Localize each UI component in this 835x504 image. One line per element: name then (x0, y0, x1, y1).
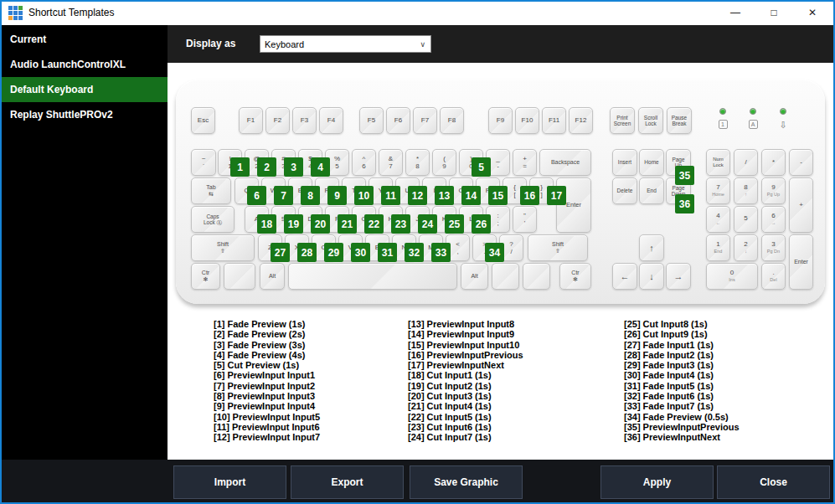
key-main-label: . (772, 270, 774, 276)
shortcut-list-item: [26] Cut Input9 (1s) (624, 329, 817, 339)
key-sub-label: End (714, 249, 723, 255)
keyboard-key-alt: Alt (461, 263, 488, 290)
key-badge-28: 28 (297, 243, 317, 262)
shortcut-list-item: [21] Cut Input4 (1s) (408, 401, 600, 411)
key-badge-17: 17 (547, 186, 566, 205)
keyboard-key-delete: Delete (612, 177, 637, 204)
keyboard-key (523, 263, 550, 290)
import-button[interactable]: Import (173, 465, 286, 499)
keyboard-key: → (666, 263, 691, 290)
keyboard-key-f2: F2 (265, 107, 290, 134)
keyboard-key-ctr: Ctr ✻ (191, 263, 220, 290)
app-icon-square (8, 11, 13, 15)
keyboard-key: + = (513, 149, 537, 176)
key-badge-13: 13 (435, 186, 454, 205)
led-icon: ⇩ (779, 120, 786, 131)
save-graphic-button[interactable]: Save Graphic (410, 465, 523, 499)
keyboard-key (288, 263, 457, 290)
keyboard-key: ← (612, 263, 637, 290)
key-main-label: 7 (716, 184, 719, 191)
keyboard-key-6: 6→ (761, 206, 786, 233)
keyboard-key-f5: F5 (359, 107, 384, 134)
close-button[interactable]: Close (717, 465, 830, 499)
key-sub-label: → (771, 221, 776, 226)
key-badge-19: 19 (284, 214, 303, 234)
shortcut-list-item: [25] Cut Input8 (1s) (624, 319, 817, 329)
footer: ImportExportSave GraphicApplyClose (0, 460, 835, 504)
sidebar-item-audio-launchcontrolxl[interactable]: Audio LaunchControlXL (0, 52, 168, 77)
keyboard-key (492, 263, 519, 290)
shortcut-list-item: [30] Fade Input4 (1s) (624, 370, 817, 380)
led-indicator: ⇩ (775, 108, 791, 131)
led-indicator: 1 (714, 108, 731, 129)
key-sub-label: Home (712, 193, 724, 198)
keyboard-key-f8: F8 (440, 107, 464, 134)
shortcut-list-item: [3] Fade Preview (3s) (214, 340, 406, 350)
titlebar-controls: —□✕ (716, 0, 832, 25)
keyboard-key: ( 9 (432, 149, 456, 176)
key-badge-14: 14 (461, 186, 481, 205)
key-main-label: 2 (744, 241, 747, 248)
app-icon (8, 6, 23, 20)
keyboard-key: + (789, 177, 813, 233)
titlebar-maximize-button[interactable]: □ (755, 0, 793, 25)
keyboard-key-5: 5 (734, 206, 758, 233)
keyboard-key-f4: F4 (319, 107, 343, 134)
shortcut-list-item: [36] PreviewInputNext (624, 432, 817, 442)
key-badge-30: 30 (351, 243, 370, 262)
key-badge-1: 1 (230, 157, 250, 177)
key-sub-label: ← (716, 221, 721, 226)
key-badge-8: 8 (301, 186, 320, 205)
keyboard-graphic: EscF1F2F3F4F5F6F7F8F9F10F11F12Print Scre… (176, 80, 825, 304)
keyboard-key-f6: F6 (386, 107, 410, 134)
keyboard-key-tab: Tab ⇆ (191, 177, 231, 204)
keyboard-key-3: 3Pg Dn (761, 234, 786, 261)
sidebar-item-replay-shuttleprov2[interactable]: Replay ShuttlePROv2 (0, 102, 168, 127)
keyboard-key: * 8 (405, 149, 430, 176)
key-sub-label: Pg Dn (767, 249, 780, 255)
keyboard-key-7: 7Home (706, 177, 730, 204)
keyboard-key-f7: F7 (413, 107, 437, 134)
export-button[interactable]: Export (291, 465, 404, 499)
key-badge-23: 23 (391, 214, 410, 234)
apply-button[interactable]: Apply (600, 465, 714, 499)
shortcut-list-item: [33] Fade Input7 (1s) (624, 401, 817, 411)
keyboard-key-alt: Alt (260, 263, 285, 290)
shortcut-list-item: [17] PreviewInputNext (408, 360, 600, 370)
key-sub-label: Del (770, 278, 776, 283)
shortcut-list-item: [22] Cut Input5 (1s) (408, 412, 600, 422)
key-main-label: 4 (716, 213, 719, 219)
keyboard-key-f12: F12 (569, 107, 593, 134)
keyboard-key-end: End (639, 177, 664, 204)
led-icon: 1 (719, 120, 728, 129)
shortcut-list-item: [35] PreviewInputPrevious (624, 422, 817, 432)
sidebar-item-current[interactable]: Current (0, 27, 168, 52)
keyboard-key-caps: Caps Lock Ⓐ (191, 206, 235, 233)
key-badge-15: 15 (488, 186, 508, 205)
shortcut-list-item: [23] Cut Input6 (1s) (408, 422, 600, 432)
key-badge-24: 24 (418, 214, 437, 234)
keyboard-key-4: 4← (706, 206, 730, 233)
key-main-label: 0 (730, 270, 734, 276)
titlebar-close-button[interactable]: ✕ (793, 0, 832, 25)
titlebar-minimize-button[interactable]: — (716, 0, 755, 25)
key-badge-10: 10 (354, 186, 374, 205)
shortcut-list-item: [13] PreviewInput Input8 (408, 319, 600, 329)
key-badge-4: 4 (311, 157, 330, 177)
display-as-select[interactable]: Keyboard ∨ (260, 35, 431, 53)
key-badge-29: 29 (324, 243, 343, 262)
keyboard-key: - (789, 149, 813, 176)
shortcut-list-item: [4] Fade Preview (4s) (214, 350, 406, 360)
led-dot (780, 108, 786, 115)
shortcut-list-item: [18] Cut Input1 (1s) (408, 370, 600, 380)
key-badge-6: 6 (247, 186, 266, 205)
shortcut-list-item: [11] PreviewInput Input6 (214, 422, 406, 432)
key-badge-12: 12 (408, 186, 427, 205)
key-sub-label: ↑ (745, 193, 747, 198)
sidebar-item-default-keyboard[interactable]: Default Keyboard (0, 77, 168, 102)
key-main-label: 1 (716, 241, 719, 248)
keyboard-key-scroll: Scroll Lock (638, 107, 663, 134)
display-as-value: Keyboard (265, 39, 304, 49)
titlebar: Shortcut Templates —□✕ (0, 0, 835, 25)
keyboard-key: ^ 6 (352, 149, 376, 176)
